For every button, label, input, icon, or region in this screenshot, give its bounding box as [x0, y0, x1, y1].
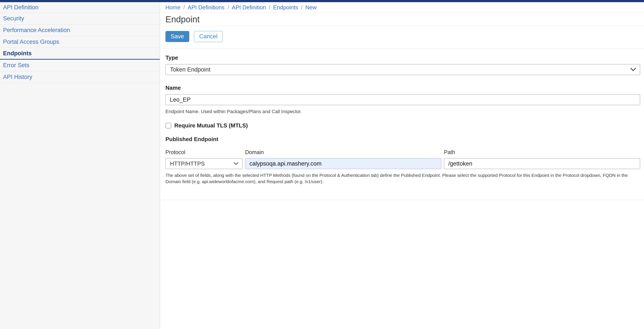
mtls-label[interactable]: Require Mutual TLS (MTLS)	[174, 122, 248, 129]
protocol-label: Protocol	[166, 149, 242, 155]
top-navigation-bar	[0, 0, 644, 2]
page-title: Endpoint	[166, 15, 200, 24]
breadcrumb-separator: /	[266, 4, 273, 11]
actions-row: Save Cancel	[160, 26, 644, 49]
sidebar: API Definition Security Performance Acce…	[0, 2, 160, 329]
published-endpoint-help-text: The above set of fields, along with the …	[166, 172, 640, 185]
sidebar-item-endpoints[interactable]: Endpoints	[0, 48, 160, 60]
domain-column: Domain	[245, 149, 441, 169]
published-endpoint-fields: Protocol HTTP/HTTPS Domain Path	[166, 149, 640, 169]
chevron-down-icon	[630, 68, 636, 71]
breadcrumb-separator: /	[298, 4, 305, 11]
breadcrumb-home[interactable]: Home	[166, 4, 180, 11]
cancel-button[interactable]: Cancel	[194, 31, 222, 42]
breadcrumb-endpoints[interactable]: Endpoints	[273, 4, 298, 11]
protocol-select[interactable]: HTTP/HTTPS	[166, 158, 242, 169]
name-input[interactable]	[166, 94, 640, 105]
endpoint-form: Type Token Endpoint Name Endpoint Name. …	[160, 54, 644, 200]
sidebar-item-api-definition[interactable]: API Definition	[0, 2, 160, 13]
sidebar-item-api-history[interactable]: API History	[0, 71, 160, 83]
breadcrumb-separator: /	[180, 4, 188, 11]
app-window: API Definition Security Performance Acce…	[0, 2, 644, 329]
type-select[interactable]: Token Endpoint	[166, 64, 640, 75]
breadcrumb: Home / API Definitions / API Definition …	[160, 2, 644, 13]
sidebar-item-portal-access-groups[interactable]: Portal Access Groups	[0, 36, 160, 48]
domain-label: Domain	[245, 149, 441, 155]
path-input[interactable]	[444, 158, 640, 169]
sidebar-item-security[interactable]: Security	[0, 13, 160, 25]
domain-input[interactable]	[245, 158, 441, 169]
path-label: Path	[444, 149, 640, 155]
protocol-select-value: HTTP/HTTPS	[170, 160, 205, 167]
mtls-row: Require Mutual TLS (MTLS)	[166, 122, 640, 129]
breadcrumb-api-definition[interactable]: API Definition	[232, 4, 266, 11]
title-row: Endpoint	[160, 13, 644, 26]
path-column: Path	[444, 149, 640, 169]
main-content: Home / API Definitions / API Definition …	[160, 2, 644, 329]
type-select-value: Token Endpoint	[170, 66, 210, 73]
published-endpoint-heading: Published Endpoint	[166, 136, 640, 143]
breadcrumb-new[interactable]: New	[305, 4, 316, 11]
breadcrumb-api-definitions[interactable]: API Definitions	[188, 4, 225, 11]
sidebar-item-performance-acceleration[interactable]: Performance Acceleration	[0, 25, 160, 36]
mtls-checkbox[interactable]	[166, 123, 171, 129]
name-label: Name	[166, 85, 640, 91]
name-help-text: Endpoint Name. Used within Packages/Plan…	[166, 109, 640, 114]
breadcrumb-separator: /	[224, 4, 232, 11]
save-button[interactable]: Save	[166, 31, 189, 42]
protocol-column: Protocol HTTP/HTTPS	[166, 149, 242, 169]
type-label: Type	[166, 54, 640, 61]
sidebar-item-error-sets[interactable]: Error Sets	[0, 60, 160, 71]
chevron-down-icon	[234, 162, 238, 165]
